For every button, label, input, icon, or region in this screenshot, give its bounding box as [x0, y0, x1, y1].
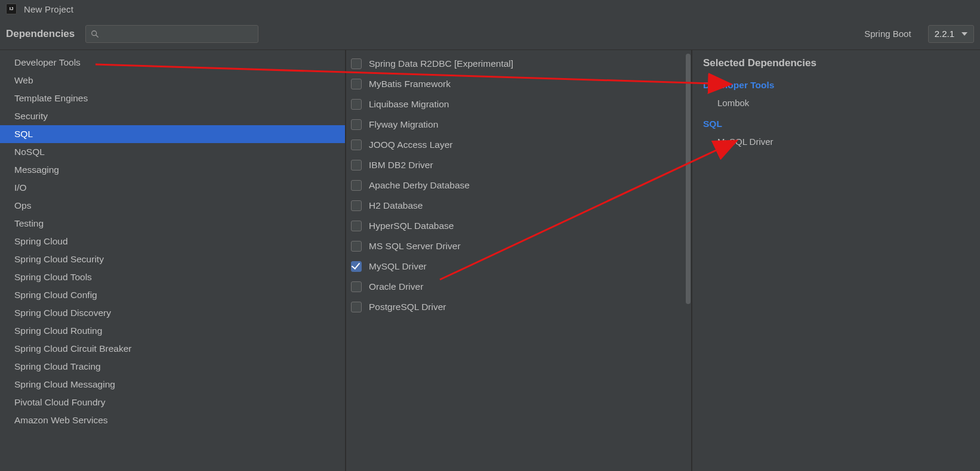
dependency-item[interactable]: MS SQL Server Driver: [346, 236, 691, 256]
app-icon: [6, 4, 17, 14]
dependency-item[interactable]: Apache Derby Database: [346, 175, 691, 196]
category-label: Amazon Web Services: [14, 415, 108, 426]
category-item[interactable]: Security: [0, 107, 345, 125]
category-label: Spring Cloud: [14, 236, 68, 247]
svg-line-1: [96, 35, 98, 36]
dependency-checkbox[interactable]: [351, 241, 362, 252]
spring-boot-version: 2.2.1: [935, 29, 954, 39]
category-item[interactable]: Spring Cloud Circuit Breaker: [0, 340, 345, 358]
dependency-checkbox[interactable]: [351, 302, 362, 312]
dependency-item[interactable]: PostgreSQL Driver: [346, 297, 691, 317]
dependency-checkbox[interactable]: [351, 79, 362, 89]
search-field[interactable]: [85, 25, 258, 43]
dependency-checkbox[interactable]: [351, 140, 362, 150]
dependency-checkbox[interactable]: [351, 221, 362, 231]
dependency-item[interactable]: IBM DB2 Driver: [346, 155, 691, 175]
dependency-label: JOOQ Access Layer: [369, 140, 452, 150]
search-icon: [91, 30, 99, 38]
selected-dependencies-title: Selected Dependencies: [703, 57, 969, 69]
dependency-label: IBM DB2 Driver: [369, 160, 433, 171]
category-label: Testing: [14, 218, 44, 229]
category-item[interactable]: Spring Cloud Tools: [0, 268, 345, 286]
dependency-item[interactable]: Liquibase Migration: [346, 94, 691, 114]
category-label: Developer Tools: [14, 57, 81, 68]
toolbar-left: Dependencies: [6, 25, 258, 43]
dependency-checkbox[interactable]: [351, 58, 362, 69]
dependency-label: MySQL Driver: [369, 261, 427, 272]
dependency-label: Apache Derby Database: [369, 180, 470, 191]
category-item[interactable]: Web: [0, 72, 345, 89]
category-label: Spring Cloud Tools: [14, 272, 92, 283]
category-label: Spring Cloud Config: [14, 290, 97, 300]
dependency-label: Oracle Driver: [369, 281, 423, 292]
categories-pane: Developer ToolsWebTemplate EnginesSecuri…: [0, 50, 346, 471]
category-item[interactable]: Spring Cloud Security: [0, 250, 345, 268]
selected-group-title: Developer Tools: [703, 80, 969, 91]
category-item[interactable]: Messaging: [0, 161, 345, 179]
category-label: Spring Cloud Tracing: [14, 361, 101, 372]
category-label: Spring Cloud Routing: [14, 326, 102, 336]
dependency-checkbox[interactable]: [351, 119, 362, 130]
dependency-checkbox[interactable]: [351, 99, 362, 110]
dependency-checkbox[interactable]: [351, 200, 362, 211]
selected-groups: Developer ToolsLombokSQLMySQL Driver: [703, 80, 969, 149]
chevron-down-icon: [961, 32, 967, 36]
dependency-checkbox[interactable]: [351, 160, 362, 171]
window-title: New Project: [24, 4, 73, 14]
category-item[interactable]: I/O: [0, 179, 345, 197]
search-input[interactable]: [104, 26, 258, 42]
category-label: Pivotal Cloud Foundry: [14, 397, 106, 408]
category-item[interactable]: SQL: [0, 125, 345, 143]
dependency-item[interactable]: H2 Database: [346, 196, 691, 216]
category-label: SQL: [14, 129, 33, 140]
dependency-item[interactable]: MySQL Driver: [346, 256, 691, 277]
category-label: Spring Cloud Messaging: [14, 379, 115, 390]
dependencies-title: Dependencies: [6, 28, 75, 40]
dependency-item[interactable]: Flyway Migration: [346, 114, 691, 135]
dependency-label: PostgreSQL Driver: [369, 302, 446, 312]
dependency-item[interactable]: JOOQ Access Layer: [346, 135, 691, 155]
category-item[interactable]: Developer Tools: [0, 54, 345, 72]
dependency-item[interactable]: MyBatis Framework: [346, 74, 691, 94]
dependency-checkbox[interactable]: [351, 261, 362, 272]
category-item[interactable]: Spring Cloud Discovery: [0, 304, 345, 322]
category-item[interactable]: Spring Cloud Config: [0, 286, 345, 304]
dependency-label: HyperSQL Database: [369, 221, 454, 231]
dependency-checkbox[interactable]: [351, 281, 362, 292]
category-item[interactable]: Ops: [0, 197, 345, 215]
selected-pane: Selected Dependencies Developer ToolsLom…: [692, 50, 980, 471]
dependency-item[interactable]: Spring Data R2DBC [Experimental]: [346, 54, 691, 74]
scrollbar-thumb[interactable]: [686, 54, 691, 304]
category-item[interactable]: Spring Cloud Tracing: [0, 358, 345, 376]
dependency-label: Spring Data R2DBC [Experimental]: [369, 58, 513, 69]
category-item[interactable]: Amazon Web Services: [0, 411, 345, 429]
toolbar: Dependencies Spring Boot 2.2.1: [0, 18, 980, 50]
category-item[interactable]: Spring Cloud Messaging: [0, 376, 345, 393]
dependency-item[interactable]: Oracle Driver: [346, 277, 691, 297]
dependency-item[interactable]: HyperSQL Database: [346, 216, 691, 236]
category-label: Spring Cloud Discovery: [14, 308, 111, 318]
category-label: Messaging: [14, 165, 59, 175]
category-item[interactable]: Spring Cloud Routing: [0, 322, 345, 340]
spring-boot-select[interactable]: 2.2.1: [928, 25, 974, 43]
selected-item[interactable]: MySQL Driver: [703, 134, 969, 149]
category-item[interactable]: Template Engines: [0, 89, 345, 107]
category-item[interactable]: Pivotal Cloud Foundry: [0, 393, 345, 411]
dependency-label: Flyway Migration: [369, 119, 438, 130]
dependency-checkbox[interactable]: [351, 180, 362, 191]
dependencies-list[interactable]: Spring Data R2DBC [Experimental]MyBatis …: [346, 50, 691, 471]
category-label: Spring Cloud Security: [14, 254, 104, 265]
category-item[interactable]: Spring Cloud: [0, 233, 345, 250]
selected-item[interactable]: Lombok: [703, 95, 969, 110]
category-item[interactable]: Testing: [0, 215, 345, 233]
category-label: I/O: [14, 182, 27, 193]
category-item[interactable]: NoSQL: [0, 143, 345, 161]
category-label: Security: [14, 111, 48, 122]
dependency-label: MS SQL Server Driver: [369, 241, 461, 252]
category-label: Spring Cloud Circuit Breaker: [14, 343, 131, 354]
svg-point-0: [92, 30, 97, 35]
categories-list[interactable]: Developer ToolsWebTemplate EnginesSecuri…: [0, 50, 345, 471]
body: Developer ToolsWebTemplate EnginesSecuri…: [0, 50, 980, 471]
dependencies-scrollbar[interactable]: [685, 54, 691, 467]
category-label: Template Engines: [14, 93, 88, 104]
